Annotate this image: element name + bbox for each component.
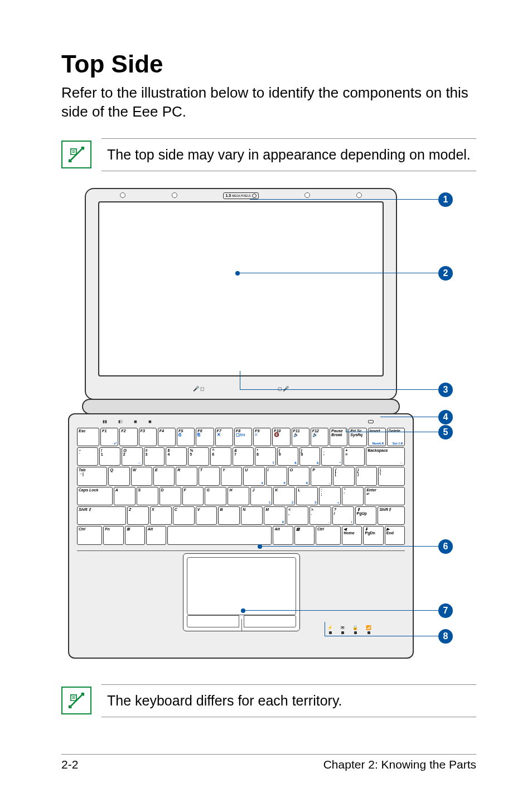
keyboard-key: C [173, 506, 195, 525]
touchpad-left-button [187, 615, 239, 627]
keyboard-key: F8◻/▭ [234, 428, 252, 446]
keyboard-key: F6⎘ [196, 428, 214, 446]
callout-8: 8 [438, 629, 453, 644]
keyboard-key: E [153, 467, 175, 485]
keyboard-key: N [241, 506, 263, 525]
keyboard: EscF1z²F2F3F4F5⎙F6⎘F7✕F8◻/▭F9≡F10🔇F11🔉F1… [77, 428, 405, 545]
mic-left-icon: 🎤 ◻ [193, 386, 205, 392]
callout-4: 4 [438, 410, 453, 424]
keyboard-key: %5 [188, 447, 209, 466]
callout-2: 2 [438, 266, 453, 281]
keyboard-key: H [228, 487, 249, 505]
keyboard-key: "' [342, 487, 364, 505]
keyboard-key: B [218, 506, 240, 525]
keyboard-key: M0 [264, 506, 286, 525]
keyboard-key: Q [108, 467, 129, 485]
keyboard-key: ⬆PgUp [355, 506, 377, 525]
keyboard-key: F7✕ [215, 428, 233, 446]
note-icon [61, 687, 91, 714]
keyboard-key: Fn [103, 526, 123, 544]
note-top: The top side may vary in appearance depe… [61, 138, 476, 171]
callout-1: 1 [438, 192, 453, 207]
keyboard-key: &7 [233, 447, 254, 466]
keyboard-key: A [114, 487, 136, 505]
keyboard-key: Shift⇧ [378, 506, 405, 525]
touchpad [183, 553, 300, 631]
keyboard-key: F11🔉 [292, 428, 309, 446]
keyboard-key: F10🔇 [272, 428, 290, 446]
keyboard-key: F12🔊 [311, 428, 328, 446]
note-icon [61, 141, 91, 168]
keyboard-key: U4 [243, 467, 264, 485]
keyboard-key: (98 [277, 447, 298, 466]
keyboard-key: I5 [266, 467, 287, 485]
keyboard-key: T [199, 467, 220, 485]
keyboard-key: += [344, 447, 365, 466]
keyboard-key: G [205, 487, 226, 505]
keyboard-key: K2 [273, 487, 295, 505]
callout-3: 3 [438, 383, 453, 397]
keyboard-key: F [182, 487, 204, 505]
keyboard-key: Caps Lock [77, 487, 113, 505]
page-heading: Top Side [61, 50, 476, 78]
keyboard-key: Y [221, 467, 242, 485]
laptop-diagram: 1.3MEGA PIXELS 🎤 ◻ ◻ 🎤 ▮▮▮▯◼◼ [68, 188, 470, 673]
keyboard-key: Z [127, 506, 149, 525]
keyboard-key: _-* [321, 447, 342, 466]
display-panel [98, 201, 384, 376]
keyboard-key: >.· [309, 506, 331, 525]
keyboard-key: F9≡ [253, 428, 271, 446]
keyboard-key: F2 [119, 428, 137, 446]
keyboard-key: Enter↵ [365, 487, 405, 505]
keyboard-key: Backspace← [366, 447, 405, 466]
note-bottom: The keyboard differs for each territory. [61, 684, 476, 717]
keyboard-key: O6 [288, 467, 309, 485]
keyboard-key: X [150, 506, 172, 525]
callout-6: 6 [438, 539, 453, 554]
keyboard-key: Tab→| [77, 467, 107, 485]
keyboard-key: }] [356, 467, 377, 485]
keyboard-key: <, [287, 506, 308, 525]
keyboard-key: ⊞ [125, 526, 145, 544]
keyboard-key: P- [311, 467, 332, 485]
keyboard-key: ?// [332, 506, 354, 525]
keyboard-key: Alt [146, 526, 166, 544]
keyboard-key: V [196, 506, 217, 525]
intro-text: Refer to the illustration below to ident… [61, 84, 476, 122]
callout-5: 5 [438, 425, 453, 439]
chapter-label: Chapter 2: Knowing the Parts [323, 758, 476, 771]
keyboard-key: D [159, 487, 181, 505]
keyboard-key: |\ [378, 467, 405, 485]
keyboard-key: F3 [139, 428, 157, 446]
keyboard-key: J1 [250, 487, 272, 505]
keyboard-key: F5⎙ [177, 428, 195, 446]
keyboard-key: R [176, 467, 197, 485]
power-button [368, 420, 374, 423]
keyboard-key: )09 [299, 447, 321, 466]
page-number: 2-2 [61, 758, 78, 771]
keyboard-key [167, 526, 272, 544]
keyboard-key: Ctrl [77, 526, 102, 544]
keyboard-key: !1 [99, 447, 120, 466]
keyboard-key: Esc [77, 428, 99, 446]
keyboard-key: Shift ⇧ [77, 506, 126, 525]
keyboard-key: W [131, 467, 152, 485]
callout-7: 7 [438, 603, 453, 618]
keyboard-key: :;+ [319, 487, 341, 505]
note-top-text: The top side may vary in appearance depe… [101, 138, 476, 171]
keyboard-key: @2☼ [122, 447, 143, 466]
keyboard-key: {[ [333, 467, 354, 485]
note-bottom-text: The keyboard differs for each territory. [101, 684, 476, 717]
keyboard-key: F4 [158, 428, 176, 446]
keyboard-key: *87 [255, 447, 276, 466]
keyboard-key: F1z² [100, 428, 118, 446]
keyboard-key: #3 [144, 447, 165, 466]
keyboard-key: L3 [296, 487, 318, 505]
keyboard-key: Pause Break [330, 428, 347, 446]
keyboard-key: ~` [77, 447, 98, 466]
keyboard-key: S [137, 487, 158, 505]
keyboard-key: $4 [166, 447, 187, 466]
keyboard-key: ^6 [210, 447, 231, 466]
